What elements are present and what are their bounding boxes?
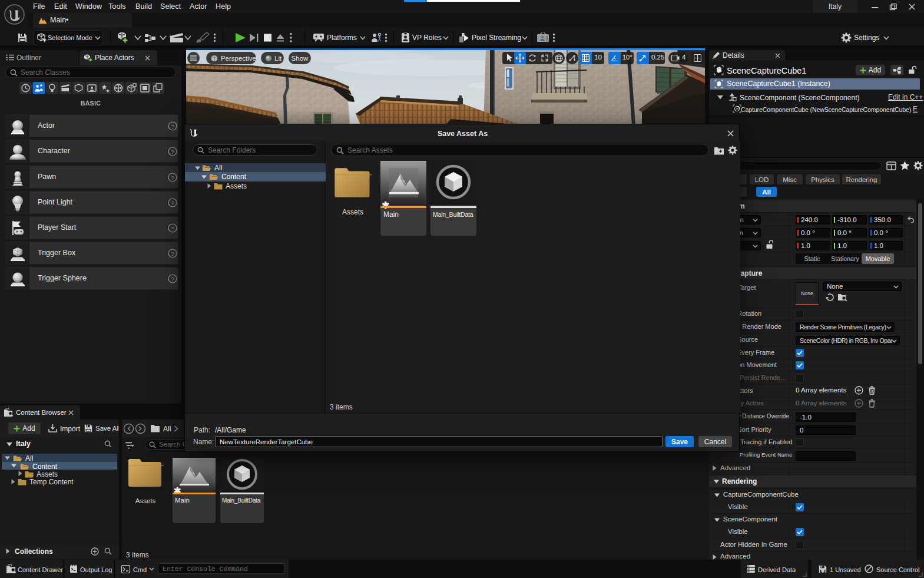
svg-text:?: ? <box>171 250 174 257</box>
svg-text:?: ? <box>171 225 174 232</box>
svg-text:?: ? <box>171 148 174 155</box>
svg-text:?: ? <box>171 123 174 130</box>
svg-text:?: ? <box>171 200 174 206</box>
svg-text:?: ? <box>171 174 174 181</box>
svg-text:?: ? <box>171 276 174 282</box>
svg-text:✱: ✱ <box>821 569 825 574</box>
